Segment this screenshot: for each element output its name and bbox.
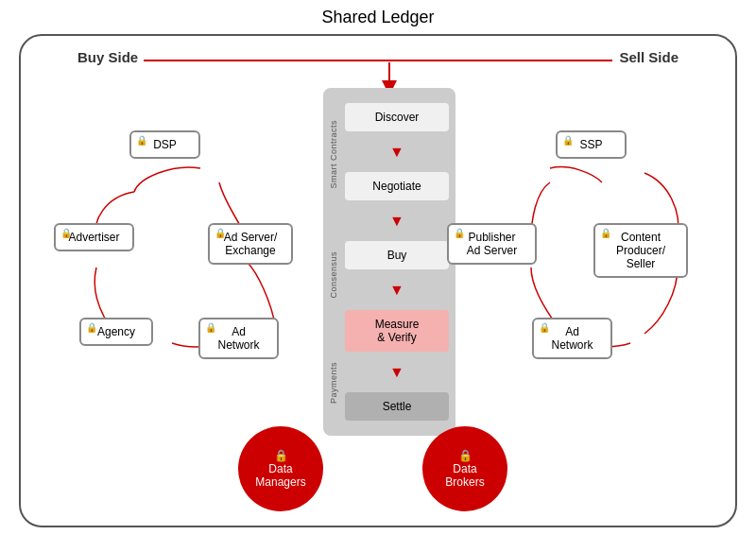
consensus-label: Consensus <box>329 251 338 299</box>
node-data-managers-label: DataManagers <box>255 462 305 489</box>
node-dsp: 🔒 DSP <box>129 130 200 159</box>
payments-label: Payments <box>329 362 338 404</box>
node-publisher-ad-server: 🔒 PublisherAd Server <box>447 223 537 265</box>
node-ad-network-buy-label: Ad Network <box>210 325 267 352</box>
node-dsp-label: DSP <box>153 138 177 151</box>
lock-icon-content-producer: 🔒 <box>600 228 611 238</box>
buy-side-label: Buy Side <box>77 49 138 65</box>
step-measure-verify: Measure& Verify <box>345 310 449 352</box>
sell-side-label: Sell Side <box>619 49 679 65</box>
node-publisher-label: PublisherAd Server <box>467 231 517 257</box>
lock-icon-ssp: 🔒 <box>562 135 574 146</box>
node-ad-network-sell: 🔒 Ad Network <box>532 318 612 359</box>
lock-icon-ad-network-buy: 🔒 <box>205 322 216 333</box>
step-negotiate: Negotiate <box>345 172 449 200</box>
lock-icon-publisher: 🔒 <box>454 228 465 238</box>
node-content-producer: 🔒 ContentProducer/Seller <box>593 223 688 278</box>
node-advertiser-label: Advertiser <box>68 231 119 244</box>
node-data-brokers-label: DataBrokers <box>445 462 484 489</box>
step-buy: Buy <box>345 241 449 269</box>
diagram-title: Shared Ledger <box>9 8 747 27</box>
node-data-managers: 🔒 DataManagers <box>238 426 323 511</box>
node-ad-network-buy: 🔒 Ad Network <box>198 318 279 359</box>
node-ad-server: 🔒 Ad Server/Exchange <box>208 223 293 265</box>
lock-icon-ad-network-sell: 🔒 <box>539 322 550 333</box>
node-ssp: 🔒 SSP <box>556 130 627 159</box>
smart-contracts-column: Smart Contracts Consensus Payments Disco… <box>323 88 455 436</box>
lock-icon-agency: 🔒 <box>86 322 97 333</box>
arrow-2: ▼ <box>389 212 404 230</box>
step-discover: Discover <box>345 103 449 131</box>
lock-icon-advertiser: 🔒 <box>60 228 72 238</box>
node-agency: 🔒 Agency <box>79 318 153 346</box>
lock-icon-data-brokers: 🔒 <box>458 449 472 462</box>
diagram-wrapper: Shared Ledger Buy Side Sell Side <box>9 8 747 527</box>
arrow-4: ▼ <box>389 363 404 381</box>
lock-icon-dsp: 🔒 <box>136 135 147 146</box>
lock-icon-ad-server: 🔒 <box>215 228 226 238</box>
lock-icon-data-managers: 🔒 <box>274 449 288 462</box>
smart-contracts-label: Smart Contracts <box>329 120 338 189</box>
node-advertiser: 🔒 Advertiser <box>54 223 134 251</box>
node-ssp-label: SSP <box>579 138 602 151</box>
step-settle: Settle <box>345 392 449 421</box>
node-agency-label: Agency <box>97 325 135 338</box>
node-ad-network-sell-label: Ad Network <box>543 325 601 352</box>
divider-line <box>144 60 612 61</box>
node-ad-server-label: Ad Server/Exchange <box>224 231 278 257</box>
arrow-3: ▼ <box>389 281 404 299</box>
node-data-brokers: 🔒 DataBrokers <box>422 426 507 511</box>
node-content-producer-label: ContentProducer/Seller <box>616 231 665 270</box>
outer-box: Buy Side Sell Side <box>19 34 737 527</box>
arrow-1: ▼ <box>389 143 404 161</box>
